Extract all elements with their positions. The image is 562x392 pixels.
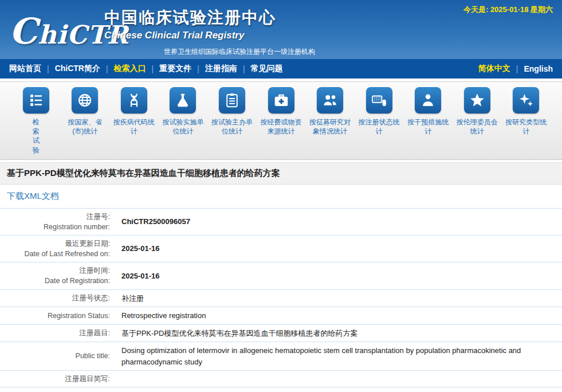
clipboard-icon [219,87,245,113]
table-row-public-title-en: Public title: Dosing optimization of let… [0,342,562,371]
nav-divider: | [243,64,245,73]
row-label-cn: 注册题目简写: [5,374,110,384]
toolbar-item-label: 按经费或物资来源统计 [259,117,304,136]
row-value: ChiCTR2500096057 [115,213,562,230]
table-row-acronym-en: English Acronym: [0,387,562,392]
sparkles-icon [513,87,539,113]
nav-search-entry[interactable]: 检索入口 [114,64,146,74]
trial-title-bar: 基于PPK-PD模型优化来特莫韦在异基因造血干细胞移植患者的给药方案 [0,162,562,185]
row-label-cn: 注册题目: [5,328,110,338]
row-label-cn: 注册时间: [5,265,110,276]
row-label-en: Date of Registration: [5,276,110,286]
row-label: Public title: [0,348,115,364]
registration-detail-table: 注册号: Registration number: ChiCTR25000960… [0,209,562,392]
row-value [115,376,562,382]
people-group-icon [317,87,343,113]
nav-faq[interactable]: 常见问题 [251,64,283,74]
row-label: 注册时间: Date of Registration: [0,262,115,289]
toolbar-item-search-trials[interactable]: 检索试验 [11,87,61,155]
row-value: 补注册 [115,290,562,307]
lang-english[interactable]: English [524,64,553,73]
toolbar-item-by-study-type[interactable]: 按研究类型统计 [501,87,551,155]
row-label-en: Registration number: [5,222,110,232]
toolbar-item-label: 按研究类型统计 [504,117,548,136]
table-row-acronym-cn: 注册题目简写: [0,371,562,387]
nav-about[interactable]: ChiCTR简介 [55,64,100,74]
person-icon [415,87,441,113]
toolbar-item-by-sponsor[interactable]: 按试验主办单位统计 [207,87,257,155]
dna-icon [121,87,147,113]
row-label-cn: 注册号: [5,211,110,222]
toolbar-item-by-intervention[interactable]: 按干预措施统计 [403,87,453,155]
toolbar-item-by-recruitment[interactable]: 按征募研究对象情况统计 [305,87,355,155]
toolbar-item-by-implementing-unit[interactable]: 按试验实施单位统计 [159,87,208,155]
main-nav: 网站首页 | ChiCTR简介 | 检索入口 | 重要文件 | 注册指南 | 常… [0,59,562,79]
first-aid-kit-icon [268,87,294,113]
site-title-block: 中国临床试验注册中心 Chinese Clinical Trial Regist… [104,7,276,41]
nav-home[interactable]: 网站首页 [9,64,41,74]
row-label: 注册号: Registration number: [0,209,115,235]
row-label-cn: 注册号状态: [5,293,110,303]
row-label-en: Date of Last Refreshed on: [5,249,110,259]
statistics-toolbar: 检索试验 按国家、省(市)统计 按疾病代码统计 按试验实施单位统计 按试验主办单… [0,81,562,160]
table-row-registration-date: 注册时间: Date of Registration: 2025-01-16 [0,262,562,289]
row-value: 2025-01-16 [115,268,562,285]
language-switcher: 简体中文 | English [478,64,553,74]
site-subtitle: 世界卫生组织国际临床试验注册平台一级注册机构 [164,47,315,57]
lang-simplified-chinese[interactable]: 简体中文 [478,64,510,74]
toolbar-item-label: 按干预措施统计 [406,117,450,136]
row-label: English Acronym: [0,387,115,392]
nav-divider: | [106,64,108,73]
site-title-en: Chinese Clinical Trial Registry [104,30,276,41]
row-value: 2025-01-16 [115,240,562,257]
toolbar-item-by-funding-source[interactable]: 按经费或物资来源统计 [257,87,306,155]
row-value: Retrospective registration [115,307,562,324]
row-label: 最近更新日期: Date of Last Refreshed on: [0,236,115,262]
row-label: 注册号状态: [0,290,115,306]
row-label: 注册题目: [0,325,115,341]
table-row-registration-status-cn: 注册号状态: 补注册 [0,290,562,308]
toolbar-item-label: 按征募研究对象情况统计 [308,117,352,136]
nav-divider: | [516,64,518,73]
toolbar-item-label: 按试验主办单位统计 [210,117,254,136]
table-row-registration-status-en: Registration Status: Retrospective regis… [0,307,562,325]
keyboard-mouse-icon [366,87,392,113]
toolbar-item-label: 按试验实施单位统计 [160,117,205,136]
row-label-cn: 最近更新日期: [5,238,110,249]
nav-divider: | [197,64,199,73]
numbered-list-icon [23,87,49,113]
toolbar-item-label: 按注册状态统计 [357,117,402,136]
site-title-cn: 中国临床试验注册中心 [104,7,276,29]
nav-registration-guide[interactable]: 注册指南 [205,64,237,74]
row-value: Dosing optimization of letermovir in all… [115,342,562,370]
toolbar-item-label: 检索试验 [32,117,40,155]
nav-divider: | [152,64,154,73]
row-value: 基于PPK-PD模型优化来特莫韦在异基因造血干细胞移植患者的给药方案 [115,325,562,342]
toolbar-item-by-country[interactable]: 按国家、省(市)统计 [61,87,110,155]
flask-icon [170,87,196,113]
nav-divider: | [47,64,49,73]
site-header: 今天是: 2025-01-18 星期六 ChiCTR 中国临床试验注册中心 Ch… [0,0,562,59]
table-row-registration-number: 注册号: Registration number: ChiCTR25000960… [0,209,562,236]
globe-icon [72,87,98,113]
row-label-en: Registration Status: [5,311,110,321]
row-label-en: Public title: [5,351,110,361]
row-label: Registration Status: [0,308,115,324]
toolbar-item-by-registration-status[interactable]: 按注册状态统计 [355,87,404,155]
toolbar-item-label: 按国家、省(市)统计 [62,117,107,136]
toolbar-item-label: 按伦理委员会统计 [455,117,500,136]
star-icon [464,87,490,113]
toolbar-item-label: 按疾病代码统计 [112,117,156,136]
toolbar-item-by-ethics-committee[interactable]: 按伦理委员会统计 [453,87,502,155]
row-label: 注册题目简写: [0,371,115,387]
table-row-public-title-cn: 注册题目: 基于PPK-PD模型优化来特莫韦在异基因造血干细胞移植患者的给药方案 [0,325,562,343]
download-xml-link[interactable]: 下载XML文档 [0,185,562,209]
toolbar-item-by-disease-code[interactable]: 按疾病代码统计 [109,87,159,155]
today-date-text: 今天是: 2025-01-18 星期六 [463,5,553,15]
table-row-last-refreshed: 最近更新日期: Date of Last Refreshed on: 2025-… [0,236,562,262]
nav-important-documents[interactable]: 重要文件 [159,64,191,74]
